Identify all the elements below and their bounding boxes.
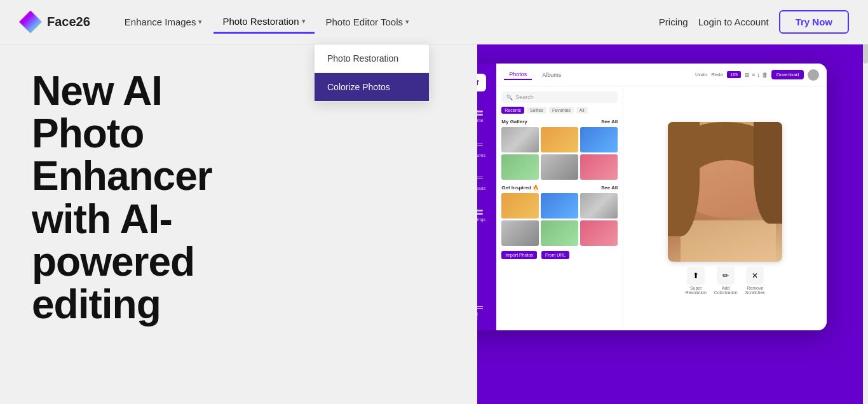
- mockup-my-uploads-icon: My Uploads: [477, 177, 484, 191]
- gallery-thumb-6[interactable]: [580, 154, 618, 180]
- inspired-thumb-6[interactable]: [580, 220, 618, 246]
- mockup-sidebar: f Home Old Pictures My Uploads: [477, 64, 496, 330]
- enhance-dropdown-arrow: ▾: [198, 18, 202, 26]
- inspired-thumb-5[interactable]: [541, 220, 578, 246]
- pricing-link[interactable]: Pricing: [659, 17, 688, 27]
- gallery-thumb-1[interactable]: [501, 127, 539, 152]
- app-mockup: f Home Old Pictures My Uploads: [477, 64, 827, 330]
- mockup-logo: f: [477, 74, 486, 91]
- mockup-topbar-actions: Undo Redo 169 ⊞ ≡ ↕ 🗑 Download: [695, 69, 819, 81]
- nav-enhance-images[interactable]: Enhance Images ▾: [116, 11, 212, 32]
- scrollbar-thumb: [863, 44, 868, 64]
- mockup-filter-tabs: Recents Selfies Favorites All: [501, 107, 618, 114]
- nav-right: Pricing Login to Account Try Now: [659, 10, 849, 34]
- logo-text: Face26: [47, 15, 90, 29]
- inspired-gallery-grid: [501, 193, 618, 246]
- body-decoration: [681, 220, 776, 262]
- mockup-sort-icon: ↕: [757, 72, 760, 78]
- hair-right: [754, 122, 782, 224]
- mockup-search-icon: 🔍: [506, 95, 513, 100]
- mockup-redo[interactable]: Redo: [711, 72, 723, 77]
- gallery-section-header: My Gallery See All: [501, 119, 618, 125]
- mockup-gallery-panel: 🔍 Search Recents Selfies Favorites All M…: [496, 86, 623, 330]
- mockup-logout-icon: Log Out: [477, 306, 484, 320]
- hero-title: New AI Photo Enhancer with AI- powered e…: [32, 70, 452, 326]
- mockup-tab-albums[interactable]: Albums: [537, 71, 566, 79]
- colorization-icon: ✏: [717, 267, 735, 285]
- import-photos-btn[interactable]: Import Photos: [501, 251, 537, 259]
- logo-area[interactable]: Face26: [19, 11, 90, 34]
- gallery-thumb-4[interactable]: [501, 154, 539, 180]
- mockup-delete-icon: 🗑: [762, 72, 768, 78]
- photo-editor-dropdown-arrow: ▾: [405, 18, 409, 26]
- mockup-filter-icon: ≡: [752, 72, 755, 78]
- remove-scratches-icon: ✕: [746, 267, 764, 285]
- filter-all[interactable]: All: [576, 107, 588, 114]
- logo-icon: [19, 11, 42, 34]
- header: Face26 Enhance Images ▾ Photo Restoratio…: [0, 0, 868, 44]
- filter-selfies[interactable]: Selfies: [527, 107, 546, 114]
- hero-right: f Home Old Pictures My Uploads: [477, 44, 868, 404]
- mockup-count-badge: 169: [727, 71, 741, 78]
- mockup-topbar: Photos Albums Undo Redo 169 ⊞ ≡ ↕ 🗑 Down…: [496, 64, 827, 86]
- mockup-body: 🔍 Search Recents Selfies Favorites All M…: [496, 86, 827, 330]
- filter-recents[interactable]: Recents: [501, 107, 524, 114]
- mockup-undo[interactable]: Undo: [695, 72, 707, 77]
- tool-remove-scratches[interactable]: ✕ RemoveScratches: [745, 267, 765, 295]
- nav-photo-restoration[interactable]: Photo Restoration ▾: [214, 11, 314, 34]
- inspired-section-header: Get Inspired 🔥 See All: [501, 185, 618, 191]
- try-now-button[interactable]: Try Now: [779, 10, 849, 34]
- mockup-topbar-icons: ⊞ ≡ ↕ 🗑: [745, 72, 768, 78]
- inspired-thumb-4[interactable]: [501, 220, 539, 246]
- import-buttons: Import Photos From URL: [501, 251, 618, 259]
- photo-restoration-dropdown-arrow: ▾: [302, 17, 306, 25]
- super-resolution-icon: ⬆: [687, 267, 705, 285]
- main-nav: Enhance Images ▾ Photo Restoration ▾ Pho…: [116, 11, 659, 34]
- my-gallery-grid: [501, 127, 618, 180]
- gallery-thumb-3[interactable]: [580, 127, 618, 152]
- mockup-main-panel: Photos Albums Undo Redo 169 ⊞ ≡ ↕ 🗑 Down…: [496, 64, 827, 330]
- main-content: New AI Photo Enhancer with AI- powered e…: [0, 44, 868, 404]
- login-link[interactable]: Login to Account: [698, 17, 769, 27]
- preview-photo: [668, 122, 782, 262]
- gallery-thumb-5[interactable]: [541, 154, 578, 180]
- tool-add-colorization[interactable]: ✏ AddColorization: [714, 267, 738, 295]
- mockup-home-icon: Home: [477, 111, 484, 125]
- mockup-settings-icon: Settings: [477, 210, 484, 224]
- filter-favorites[interactable]: Favorites: [549, 107, 574, 114]
- preview-tools: ⬆ SuperResolution ✏ AddColorization ✕ Re…: [686, 267, 765, 295]
- tool-super-resolution[interactable]: ⬆ SuperResolution: [686, 267, 707, 295]
- dropdown-photo-restoration[interactable]: Photo Restoration: [315, 44, 429, 73]
- mockup-download-btn[interactable]: Download: [771, 70, 804, 79]
- mockup-search-box[interactable]: 🔍 Search: [501, 91, 618, 103]
- inspired-thumb-1[interactable]: [501, 193, 539, 219]
- page-scrollbar[interactable]: [863, 44, 868, 404]
- hair-left: [668, 122, 700, 236]
- mockup-avatar: [808, 69, 819, 81]
- preview-photo-inner: [668, 122, 782, 262]
- mockup-grid-icon: ⊞: [745, 72, 750, 78]
- inspired-thumb-2[interactable]: [541, 193, 578, 219]
- mockup-preview-panel: ⬆ SuperResolution ✏ AddColorization ✕ Re…: [623, 86, 827, 330]
- photo-restoration-dropdown: Photo Restoration Colorize Photos: [315, 44, 429, 102]
- mockup-tab-photos[interactable]: Photos: [504, 70, 532, 80]
- mockup-old-pictures-icon: Old Pictures: [477, 144, 484, 158]
- gallery-thumb-2[interactable]: [541, 127, 578, 152]
- inspired-thumb-3[interactable]: [580, 193, 618, 219]
- nav-photo-editor-tools[interactable]: Photo Editor Tools ▾: [317, 11, 418, 32]
- from-url-btn[interactable]: From URL: [541, 251, 569, 259]
- dropdown-colorize-photos[interactable]: Colorize Photos: [315, 73, 429, 102]
